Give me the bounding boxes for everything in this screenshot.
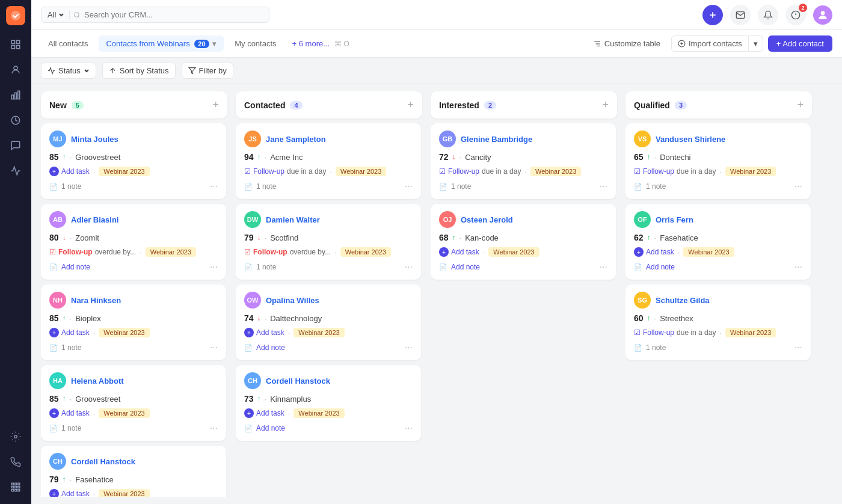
card-header: OW Opalina Willes	[244, 292, 413, 309]
add-note-text[interactable]: Add note	[256, 424, 285, 432]
card-name[interactable]: Minta Joules	[71, 135, 118, 144]
mail-button[interactable]	[730, 5, 751, 25]
card-name[interactable]: Osteen Jerold	[461, 215, 513, 224]
add-task-btn[interactable]: + Add task	[244, 328, 284, 337]
card-name[interactable]: Cordell Hanstock	[266, 376, 330, 386]
card-name[interactable]: Schultze Gilda	[656, 296, 710, 305]
notification-button[interactable]	[758, 5, 778, 25]
card-name[interactable]: Glenine Bambridge	[461, 135, 532, 144]
followup-task[interactable]: ☑ Follow-up due in a day	[634, 167, 716, 176]
card-more-icon[interactable]: ···	[210, 262, 218, 272]
add-task-btn[interactable]: + Add task	[634, 247, 674, 257]
add-button[interactable]	[702, 5, 723, 25]
sidebar-item-settings[interactable]	[5, 426, 26, 447]
tab-my-contacts[interactable]: My contacts	[227, 35, 283, 52]
add-task-btn[interactable]: + Add task	[49, 489, 90, 497]
card-name[interactable]: Jane Sampleton	[266, 135, 326, 144]
followup-detail: due in a day	[482, 167, 521, 176]
tab-more[interactable]: + 6 more... ⌘ O	[287, 37, 354, 51]
card-name[interactable]: Nara Hinksen	[71, 296, 121, 305]
kanban-card[interactable]: CH Cordell Hanstock 79 ↑ · Fasehatice + …	[41, 446, 226, 497]
kanban-card[interactable]: MJ Minta Joules 85 ↑ · Groovestreet + Ad…	[41, 123, 226, 199]
followup-overdue-task[interactable]: ☑ Follow-up overdue by...	[244, 248, 331, 256]
add-task-btn[interactable]: + Add task	[49, 167, 90, 176]
card-more-icon[interactable]: ···	[405, 423, 413, 434]
card-more-icon[interactable]: ···	[794, 262, 802, 272]
card-name[interactable]: Orris Fern	[656, 215, 693, 224]
alerts-button[interactable]: 2	[785, 5, 806, 25]
search-input[interactable]	[84, 10, 263, 19]
sidebar-item-reports[interactable]	[5, 160, 26, 182]
column-add-new[interactable]: +	[212, 99, 219, 111]
card-name[interactable]: Damien Walter	[266, 215, 320, 224]
kanban-card[interactable]: VS Vandusen Shirlene 65 ↑ · Dontechi ☑ F…	[625, 123, 811, 199]
tab-dropdown-icon[interactable]: ▾	[212, 39, 217, 48]
column-add-qualified[interactable]: +	[797, 99, 804, 111]
add-note-text[interactable]: Add note	[646, 263, 675, 271]
import-split-button[interactable]: ▾	[749, 35, 763, 52]
add-note-text[interactable]: Add note	[61, 263, 90, 271]
card-more-icon[interactable]: ···	[210, 423, 218, 434]
card-score: 68	[439, 233, 449, 242]
app-logo[interactable]	[6, 6, 25, 25]
card-more-icon[interactable]: ···	[210, 181, 218, 192]
add-task-btn[interactable]: + Add task	[49, 408, 90, 418]
all-dropdown[interactable]: All	[48, 10, 70, 19]
card-more-icon[interactable]: ···	[405, 181, 413, 192]
add-note-text[interactable]: Add note	[256, 343, 285, 352]
kanban-card[interactable]: DW Damien Walter 79 ↓ · Scotfind ☑ Follo…	[236, 204, 421, 280]
card-name[interactable]: Cordell Hanstock	[71, 457, 135, 466]
column-add-interested[interactable]: +	[602, 99, 609, 111]
sidebar-item-phone[interactable]	[5, 451, 26, 473]
card-more-icon[interactable]: ···	[210, 342, 218, 353]
card-name[interactable]: Helena Abbott	[71, 376, 124, 386]
add-task-btn[interactable]: + Add task	[49, 328, 90, 337]
followup-overdue-task[interactable]: ☑ Follow-up overdue by...	[49, 248, 136, 256]
import-contacts-button[interactable]: Import contacts	[671, 35, 749, 52]
sidebar-item-deals[interactable]	[5, 109, 26, 131]
add-task-btn[interactable]: + Add task	[244, 408, 284, 418]
svg-rect-12	[15, 483, 17, 485]
followup-task[interactable]: ☑ Follow-up due in a day	[439, 167, 521, 176]
card-more-icon[interactable]: ···	[600, 181, 607, 192]
add-task-btn[interactable]: + Add task	[439, 247, 479, 257]
card-name[interactable]: Adler Biasini	[71, 215, 118, 224]
checkbox-icon: ☑	[634, 328, 641, 337]
sidebar-item-analytics[interactable]	[5, 84, 26, 106]
kanban-card[interactable]: HA Helena Abbott 85 ↑ · Groovestreet + A…	[41, 365, 226, 441]
status-filter[interactable]: Status	[41, 63, 96, 79]
kanban-card[interactable]: CH Cordell Hanstock 73 ↑ · Kinnamplus + …	[236, 365, 421, 441]
add-contact-button[interactable]: + Add contact	[768, 35, 832, 52]
card-tag: Webinar 2023	[725, 167, 776, 176]
card-more-icon[interactable]: ···	[405, 342, 413, 353]
kanban-card[interactable]: NH Nara Hinksen 85 ↑ · Bioplex + Add tas…	[41, 284, 226, 360]
followup-task[interactable]: ☑ Follow-up due in a day	[634, 328, 716, 337]
trend-up-icon: ↑	[63, 395, 66, 403]
user-avatar[interactable]	[813, 5, 832, 25]
sort-button[interactable]: Sort by Status	[102, 63, 176, 79]
kanban-card[interactable]: OW Opalina Willes 74 ↓ · Dalttechnology …	[236, 284, 421, 360]
add-note-text[interactable]: Add note	[451, 263, 480, 271]
tab-contacts-webinars[interactable]: Contacts from Webinars 20 ▾	[99, 35, 224, 52]
kanban-card[interactable]: OF Orris Fern 62 ↑ · Fasehatice + Add ta…	[625, 204, 811, 280]
column-add-contacted[interactable]: +	[407, 99, 414, 111]
card-more-icon[interactable]: ···	[405, 262, 413, 272]
card-name[interactable]: Opalina Willes	[266, 296, 319, 305]
customize-table-button[interactable]: Customize table	[587, 36, 666, 51]
kanban-card[interactable]: GB Glenine Bambridge 72 ↓ · Cancity ☑ Fo…	[431, 123, 616, 199]
kanban-card[interactable]: SG Schultze Gilda 60 ↑ · Streethex ☑ Fol…	[625, 284, 811, 360]
sidebar-item-contacts[interactable]	[5, 59, 26, 81]
card-more-icon[interactable]: ···	[794, 342, 802, 353]
card-more-icon[interactable]: ···	[600, 262, 607, 272]
sidebar-item-messages[interactable]	[5, 135, 26, 156]
sidebar-item-home[interactable]	[5, 34, 26, 55]
sidebar-item-grid[interactable]	[5, 476, 26, 498]
card-name[interactable]: Vandusen Shirlene	[656, 135, 725, 144]
card-more-icon[interactable]: ···	[794, 181, 802, 192]
kanban-card[interactable]: OJ Osteen Jerold 68 ↑ · Kan-code + Add t…	[431, 204, 616, 280]
followup-task[interactable]: ☑ Follow-up due in a day	[244, 167, 326, 176]
tab-all-contacts[interactable]: All contacts	[41, 35, 95, 52]
kanban-card[interactable]: JS Jane Sampleton 94 ↑ · Acme Inc ☑ Foll…	[236, 123, 421, 199]
kanban-card[interactable]: AB Adler Biasini 80 ↓ · Zoomit ☑ Follow-…	[41, 204, 226, 280]
filter-button[interactable]: Filter by	[182, 63, 233, 79]
